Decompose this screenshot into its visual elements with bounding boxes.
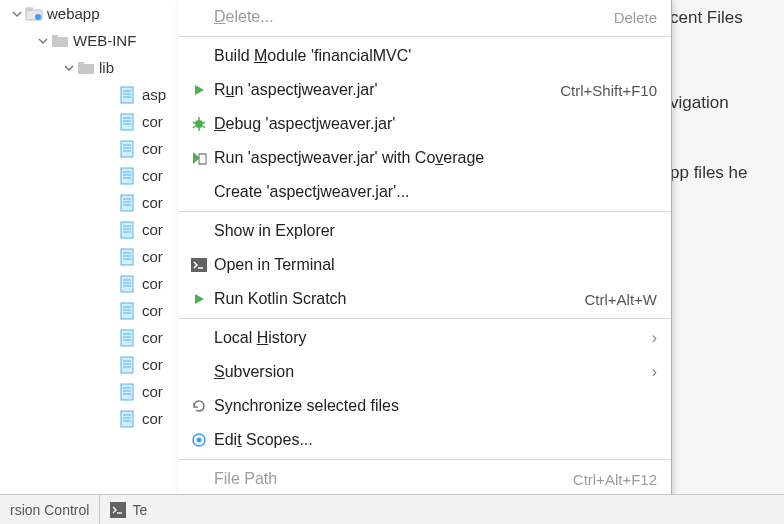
jar-icon — [118, 248, 136, 266]
project-tree[interactable]: webapp WEB-INF lib aspcorcorcorcorcorcor… — [0, 0, 175, 480]
terminal-icon — [110, 502, 126, 518]
chevron-down-icon[interactable] — [10, 7, 23, 20]
tree-file-item[interactable]: cor — [0, 324, 175, 351]
tree-label: cor — [142, 302, 163, 319]
blank-icon — [188, 361, 210, 383]
tree-file-item[interactable]: cor — [0, 378, 175, 405]
blank-icon — [188, 45, 210, 67]
run-icon — [188, 79, 210, 101]
tree-file-item[interactable]: cor — [0, 351, 175, 378]
tree-file-item[interactable]: cor — [0, 108, 175, 135]
tree-node-lib[interactable]: lib — [0, 54, 175, 81]
menu-item-edit-scopes[interactable]: Edit Scopes... — [178, 423, 671, 457]
menu-item-subversion[interactable]: Subversion › — [178, 355, 671, 389]
tree-file-item[interactable]: cor — [0, 270, 175, 297]
tree-file-item[interactable]: cor — [0, 189, 175, 216]
tree-file-item[interactable]: cor — [0, 216, 175, 243]
menu-item-file-path[interactable]: File Path Ctrl+Alt+F12 — [178, 462, 671, 496]
menu-item-debug[interactable]: Debug 'aspectjweaver.jar' — [178, 107, 671, 141]
submenu-arrow-icon: › — [644, 363, 657, 381]
svg-point-66 — [197, 438, 202, 443]
status-terminal[interactable]: Te — [99, 495, 157, 524]
tree-label: asp — [142, 86, 166, 103]
svg-rect-40 — [121, 330, 133, 346]
svg-rect-28 — [121, 249, 133, 265]
web-folder-icon — [25, 5, 43, 23]
tree-label: cor — [142, 140, 163, 157]
recent-files-text: cent Files — [670, 0, 784, 38]
run-icon — [188, 288, 210, 310]
sync-icon — [188, 395, 210, 417]
menu-item-synchronize[interactable]: Synchronize selected files — [178, 389, 671, 423]
drop-files-text: pp files he — [670, 153, 784, 193]
jar-icon — [118, 167, 136, 185]
menu-item-run-coverage[interactable]: Run 'aspectjweaver.jar' with Coverage — [178, 141, 671, 175]
debug-icon — [188, 113, 210, 135]
jar-icon — [118, 302, 136, 320]
jar-icon — [118, 194, 136, 212]
blank-icon — [188, 220, 210, 242]
chevron-down-icon[interactable] — [36, 34, 49, 47]
jar-icon — [118, 113, 136, 131]
tree-file-item[interactable]: cor — [0, 297, 175, 324]
jar-icon — [118, 86, 136, 104]
folder-icon — [51, 32, 69, 50]
chevron-down-icon[interactable] — [62, 61, 75, 74]
folder-icon — [77, 59, 95, 77]
menu-item-run[interactable]: Run 'aspectjweaver.jar' Ctrl+Shift+F10 — [178, 73, 671, 107]
svg-line-62 — [203, 126, 205, 128]
tree-label: cor — [142, 356, 163, 373]
tree-file-item[interactable]: cor — [0, 135, 175, 162]
tree-file-item[interactable]: cor — [0, 405, 175, 432]
svg-rect-3 — [78, 64, 94, 74]
tree-node-webapp[interactable]: webapp — [0, 0, 175, 27]
context-menu: Delete... Delete Build Module 'financial… — [178, 0, 672, 524]
jar-icon — [118, 356, 136, 374]
menu-item-local-history[interactable]: Local History › — [178, 321, 671, 355]
right-info-panel: cent Files vigation pp files he — [669, 0, 784, 494]
svg-rect-52 — [121, 411, 133, 427]
menu-item-create-runconfig[interactable]: Create 'aspectjweaver.jar'... — [178, 175, 671, 209]
tree-file-item[interactable]: asp — [0, 81, 175, 108]
blank-icon — [188, 181, 210, 203]
tree-label: cor — [142, 167, 163, 184]
tree-label: cor — [142, 410, 163, 427]
tree-file-item[interactable]: cor — [0, 162, 175, 189]
blank-icon — [188, 6, 210, 28]
tree-label: lib — [99, 59, 114, 76]
tree-label: webapp — [47, 5, 100, 22]
navigation-text: vigation — [670, 83, 784, 123]
menu-item-show-explorer[interactable]: Show in Explorer — [178, 214, 671, 248]
tree-label: cor — [142, 194, 163, 211]
svg-rect-16 — [121, 168, 133, 184]
menu-item-run-kotlin[interactable]: Run Kotlin Scratch Ctrl+Alt+W — [178, 282, 671, 316]
shortcut-text: Ctrl+Shift+F10 — [560, 82, 657, 99]
scopes-icon — [188, 429, 210, 451]
svg-rect-44 — [121, 357, 133, 373]
svg-line-59 — [193, 122, 195, 123]
menu-item-delete[interactable]: Delete... Delete — [178, 0, 671, 34]
menu-separator — [178, 36, 671, 37]
svg-rect-4 — [121, 87, 133, 103]
menu-item-build-module[interactable]: Build Module 'financialMVC' — [178, 39, 671, 73]
tree-node-webinf[interactable]: WEB-INF — [0, 27, 175, 54]
tree-label: WEB-INF — [73, 32, 136, 49]
svg-rect-20 — [121, 195, 133, 211]
svg-rect-12 — [121, 141, 133, 157]
tree-file-item[interactable]: cor — [0, 243, 175, 270]
jar-icon — [118, 221, 136, 239]
tree-label: cor — [142, 275, 163, 292]
status-bar: rsion Control Te — [0, 494, 784, 524]
tree-label: cor — [142, 113, 163, 130]
svg-line-60 — [203, 122, 205, 123]
tree-label: cor — [142, 221, 163, 238]
status-version-control[interactable]: rsion Control — [0, 495, 99, 524]
menu-item-open-terminal[interactable]: Open in Terminal — [178, 248, 671, 282]
tree-label: cor — [142, 383, 163, 400]
svg-rect-32 — [121, 276, 133, 292]
blank-icon — [188, 468, 210, 490]
svg-rect-63 — [191, 258, 207, 272]
menu-separator — [178, 318, 671, 319]
svg-point-1 — [35, 14, 41, 20]
coverage-icon — [188, 147, 210, 169]
